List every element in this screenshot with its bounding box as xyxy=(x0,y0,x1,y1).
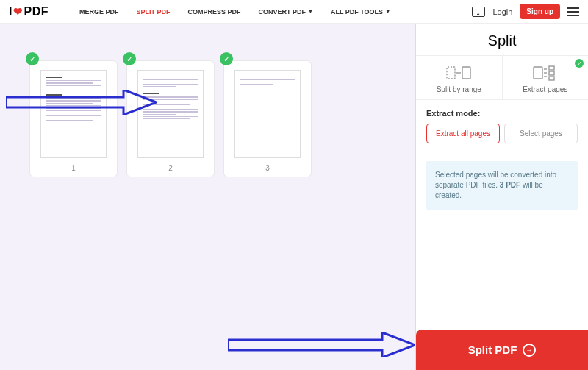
page-canvas: ✓ 1 ✓ 2 xyxy=(0,24,415,370)
check-icon: ✓ xyxy=(575,59,584,68)
extract-mode-label: Extract mode: xyxy=(426,109,578,118)
annotation-arrow xyxy=(228,332,415,357)
page-number: 1 xyxy=(39,164,108,172)
annotation-arrow xyxy=(6,90,157,115)
info-box: Selected pages will be converted into se… xyxy=(426,161,578,210)
svg-rect-9 xyxy=(549,71,554,75)
page-number: 2 xyxy=(136,164,205,172)
extract-option-row: Extract all pages Select pages xyxy=(426,124,578,143)
mode-label: Split by range xyxy=(437,85,481,93)
svg-rect-2 xyxy=(462,67,470,79)
header-right: ⭳ Login Sign up xyxy=(472,4,579,19)
split-pdf-button[interactable]: Split PDF → xyxy=(416,330,588,370)
nav-merge-pdf[interactable]: MERGE PDF xyxy=(71,8,128,15)
login-link[interactable]: Login xyxy=(492,7,512,16)
top-nav: I ❤ PDF MERGE PDF SPLIT PDF COMPRESS PDF… xyxy=(0,0,588,24)
arrow-right-icon: → xyxy=(523,344,536,357)
heart-icon: ❤ xyxy=(13,5,24,18)
nav-convert-pdf[interactable]: CONVERT PDF▼ xyxy=(250,8,322,15)
cta-label: Split PDF xyxy=(468,344,517,356)
page-thumb[interactable]: ✓ 2 xyxy=(126,60,215,177)
nav-menu: MERGE PDF SPLIT PDF COMPRESS PDF CONVERT… xyxy=(71,8,399,15)
nav-compress-pdf[interactable]: COMPRESS PDF xyxy=(179,8,249,15)
chevron-down-icon: ▼ xyxy=(308,9,313,14)
page-number: 3 xyxy=(233,164,302,172)
check-icon: ✓ xyxy=(26,52,39,65)
extract-panel: Extract mode: Extract all pages Select p… xyxy=(416,100,588,152)
svg-rect-4 xyxy=(534,67,542,79)
download-icon[interactable]: ⭳ xyxy=(472,7,485,17)
select-pages-button[interactable]: Select pages xyxy=(504,124,578,143)
chevron-down-icon: ▼ xyxy=(385,9,390,14)
extract-all-pages-button[interactable]: Extract all pages xyxy=(426,124,500,143)
svg-marker-0 xyxy=(6,90,157,115)
nav-split-pdf[interactable]: SPLIT PDF xyxy=(127,8,179,15)
svg-rect-1 xyxy=(447,67,455,79)
mode-label: Extract pages xyxy=(523,85,567,93)
page-thumb[interactable]: ✓ 3 xyxy=(223,60,312,177)
hamburger-icon[interactable] xyxy=(567,7,579,16)
mode-split-by-range[interactable]: Split by range xyxy=(416,56,502,99)
svg-marker-11 xyxy=(228,332,415,357)
sidebar-title: Split xyxy=(416,24,588,55)
logo-post: PDF xyxy=(24,5,49,18)
logo-pre: I xyxy=(9,5,12,18)
check-icon: ✓ xyxy=(123,52,136,65)
mode-extract-pages[interactable]: ✓ Extract pages xyxy=(502,56,589,99)
page-thumb-row: ✓ 1 ✓ 2 xyxy=(29,60,386,177)
mode-tabs: Split by range ✓ Extract pages xyxy=(416,55,588,100)
range-icon xyxy=(416,63,502,82)
svg-rect-8 xyxy=(549,66,554,70)
signup-button[interactable]: Sign up xyxy=(520,4,560,19)
logo[interactable]: I ❤ PDF xyxy=(9,5,49,18)
main-area: ✓ 1 ✓ 2 xyxy=(0,24,588,370)
nav-all-tools[interactable]: ALL PDF TOOLS▼ xyxy=(322,8,399,15)
check-icon: ✓ xyxy=(220,52,233,65)
options-sidebar: Split Split by range ✓ Extract pages Ext… xyxy=(415,24,588,370)
svg-rect-10 xyxy=(549,77,554,80)
page-preview xyxy=(234,70,301,158)
page-thumb[interactable]: ✓ 1 xyxy=(29,60,118,177)
